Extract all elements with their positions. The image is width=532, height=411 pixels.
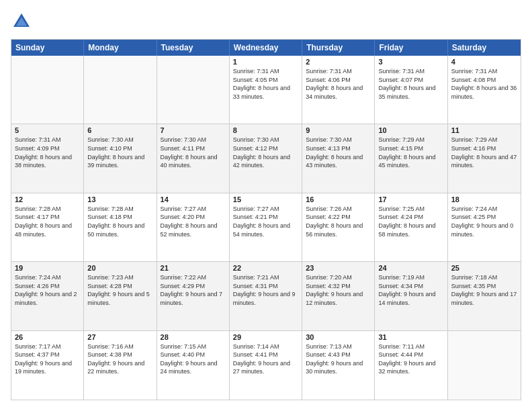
calendar-cell: 28Sunrise: 7:15 AMSunset: 4:40 PMDayligh… — [157, 331, 230, 400]
daylight-text: Daylight: 9 hours and 14 minutes. — [378, 290, 443, 307]
sunrise-text: Sunrise: 7:30 AM — [233, 136, 298, 144]
calendar-cell — [448, 331, 521, 400]
sunset-text: Sunset: 4:18 PM — [87, 213, 152, 222]
daylight-text: Daylight: 8 hours and 42 minutes. — [233, 153, 298, 170]
sunset-text: Sunset: 4:44 PM — [378, 351, 443, 359]
sunset-text: Sunset: 4:17 PM — [15, 213, 80, 222]
day-number: 27 — [87, 333, 152, 341]
day-number: 24 — [378, 264, 443, 272]
sunrise-text: Sunrise: 7:28 AM — [15, 205, 80, 214]
sunset-text: Sunset: 4:09 PM — [15, 144, 80, 153]
daylight-text: Daylight: 9 hours and 12 minutes. — [306, 290, 371, 307]
daylight-text: Daylight: 8 hours and 56 minutes. — [306, 222, 371, 238]
sunset-text: Sunset: 4:25 PM — [451, 213, 517, 222]
header — [11, 11, 521, 32]
daylight-text: Daylight: 9 hours and 2 minutes. — [15, 290, 80, 307]
day-number: 29 — [233, 333, 298, 341]
day-number: 19 — [15, 264, 80, 272]
day-number: 9 — [306, 126, 371, 134]
daylight-text: Daylight: 9 hours and 7 minutes. — [161, 290, 226, 307]
daylight-text: Daylight: 8 hours and 50 minutes. — [87, 222, 152, 238]
calendar-cell: 7Sunrise: 7:30 AMSunset: 4:11 PMDaylight… — [157, 124, 230, 192]
daylight-text: Daylight: 9 hours and 32 minutes. — [378, 359, 443, 376]
calendar-cell: 6Sunrise: 7:30 AMSunset: 4:10 PMDaylight… — [84, 124, 157, 192]
day-number: 20 — [87, 264, 152, 272]
day-number: 14 — [161, 195, 226, 203]
calendar-week-4: 19Sunrise: 7:24 AMSunset: 4:26 PMDayligh… — [11, 262, 521, 330]
daylight-text: Daylight: 9 hours and 9 minutes. — [233, 290, 298, 307]
daylight-text: Daylight: 8 hours and 40 minutes. — [161, 153, 226, 170]
sunset-text: Sunset: 4:40 PM — [161, 351, 226, 359]
sunrise-text: Sunrise: 7:17 AM — [15, 342, 80, 351]
calendar-cell: 12Sunrise: 7:28 AMSunset: 4:17 PMDayligh… — [11, 193, 84, 261]
calendar-cell: 19Sunrise: 7:24 AMSunset: 4:26 PMDayligh… — [11, 262, 84, 330]
sunrise-text: Sunrise: 7:29 AM — [451, 136, 517, 144]
sunset-text: Sunset: 4:06 PM — [306, 76, 371, 85]
daylight-text: Daylight: 8 hours and 47 minutes. — [451, 153, 517, 170]
day-number: 8 — [233, 126, 298, 134]
sunset-text: Sunset: 4:24 PM — [378, 213, 443, 222]
daylight-text: Daylight: 8 hours and 54 minutes. — [233, 222, 298, 238]
daylight-text: Daylight: 9 hours and 27 minutes. — [233, 359, 298, 376]
daylight-text: Daylight: 8 hours and 33 minutes. — [233, 84, 298, 101]
sunset-text: Sunset: 4:41 PM — [233, 351, 298, 359]
sunrise-text: Sunrise: 7:14 AM — [233, 342, 298, 351]
calendar-cell: 5Sunrise: 7:31 AMSunset: 4:09 PMDaylight… — [11, 124, 84, 192]
sunset-text: Sunset: 4:11 PM — [161, 144, 226, 153]
day-number: 1 — [233, 58, 298, 66]
sunrise-text: Sunrise: 7:19 AM — [378, 273, 443, 282]
sunrise-text: Sunrise: 7:31 AM — [378, 67, 443, 76]
sunrise-text: Sunrise: 7:30 AM — [161, 136, 226, 144]
day-number: 25 — [451, 264, 517, 272]
sunset-text: Sunset: 4:29 PM — [161, 282, 226, 291]
daylight-text: Daylight: 8 hours and 39 minutes. — [87, 153, 152, 170]
sunrise-text: Sunrise: 7:31 AM — [451, 67, 517, 76]
sunset-text: Sunset: 4:13 PM — [306, 144, 371, 153]
calendar-cell: 15Sunrise: 7:27 AMSunset: 4:21 PMDayligh… — [230, 193, 302, 261]
sunset-text: Sunset: 4:15 PM — [378, 144, 443, 153]
sunset-text: Sunset: 4:38 PM — [87, 351, 152, 359]
sunrise-text: Sunrise: 7:30 AM — [306, 136, 371, 144]
sunset-text: Sunset: 4:22 PM — [306, 213, 371, 222]
calendar-week-2: 5Sunrise: 7:31 AMSunset: 4:09 PMDaylight… — [11, 124, 521, 193]
sunrise-text: Sunrise: 7:21 AM — [233, 273, 298, 282]
daylight-text: Daylight: 9 hours and 0 minutes. — [451, 222, 517, 238]
calendar-cell: 21Sunrise: 7:22 AMSunset: 4:29 PMDayligh… — [157, 262, 230, 330]
sunset-text: Sunset: 4:16 PM — [451, 144, 517, 153]
day-number: 21 — [161, 264, 226, 272]
sunrise-text: Sunrise: 7:31 AM — [233, 67, 298, 76]
calendar-cell: 11Sunrise: 7:29 AMSunset: 4:16 PMDayligh… — [448, 124, 521, 192]
calendar-cell: 31Sunrise: 7:11 AMSunset: 4:44 PMDayligh… — [375, 331, 447, 400]
day-number: 31 — [378, 333, 443, 341]
calendar-week-1: 1Sunrise: 7:31 AMSunset: 4:05 PMDaylight… — [11, 56, 521, 124]
calendar-cell: 16Sunrise: 7:26 AMSunset: 4:22 PMDayligh… — [302, 193, 375, 261]
calendar-cell: 10Sunrise: 7:29 AMSunset: 4:15 PMDayligh… — [375, 124, 447, 192]
sunrise-text: Sunrise: 7:22 AM — [161, 273, 226, 282]
calendar-cell: 30Sunrise: 7:13 AMSunset: 4:43 PMDayligh… — [302, 331, 375, 400]
sunset-text: Sunset: 4:07 PM — [378, 76, 443, 85]
calendar-cell: 22Sunrise: 7:21 AMSunset: 4:31 PMDayligh… — [230, 262, 302, 330]
calendar-cell: 2Sunrise: 7:31 AMSunset: 4:06 PMDaylight… — [302, 56, 375, 124]
sunrise-text: Sunrise: 7:13 AM — [306, 342, 371, 351]
day-header-tuesday: Tuesday — [157, 40, 230, 56]
sunrise-text: Sunrise: 7:26 AM — [306, 205, 371, 214]
day-header-wednesday: Wednesday — [230, 40, 302, 56]
day-header-thursday: Thursday — [302, 40, 375, 56]
calendar-cell: 4Sunrise: 7:31 AMSunset: 4:08 PMDaylight… — [448, 56, 521, 124]
day-number: 10 — [378, 126, 443, 134]
calendar-cell: 9Sunrise: 7:30 AMSunset: 4:13 PMDaylight… — [302, 124, 375, 192]
day-number: 2 — [306, 58, 371, 66]
calendar-cell: 3Sunrise: 7:31 AMSunset: 4:07 PMDaylight… — [375, 56, 447, 124]
calendar-body: 1Sunrise: 7:31 AMSunset: 4:05 PMDaylight… — [11, 56, 521, 400]
calendar-cell: 8Sunrise: 7:30 AMSunset: 4:12 PMDaylight… — [230, 124, 302, 192]
sunset-text: Sunset: 4:28 PM — [87, 282, 152, 291]
sunrise-text: Sunrise: 7:11 AM — [378, 342, 443, 351]
day-number: 3 — [378, 58, 443, 66]
sunset-text: Sunset: 4:20 PM — [161, 213, 226, 222]
sunrise-text: Sunrise: 7:27 AM — [233, 205, 298, 214]
sunrise-text: Sunrise: 7:25 AM — [378, 205, 443, 214]
daylight-text: Daylight: 9 hours and 22 minutes. — [87, 359, 152, 376]
sunset-text: Sunset: 4:21 PM — [233, 213, 298, 222]
calendar-cell: 13Sunrise: 7:28 AMSunset: 4:18 PMDayligh… — [84, 193, 157, 261]
day-number: 15 — [233, 195, 298, 203]
